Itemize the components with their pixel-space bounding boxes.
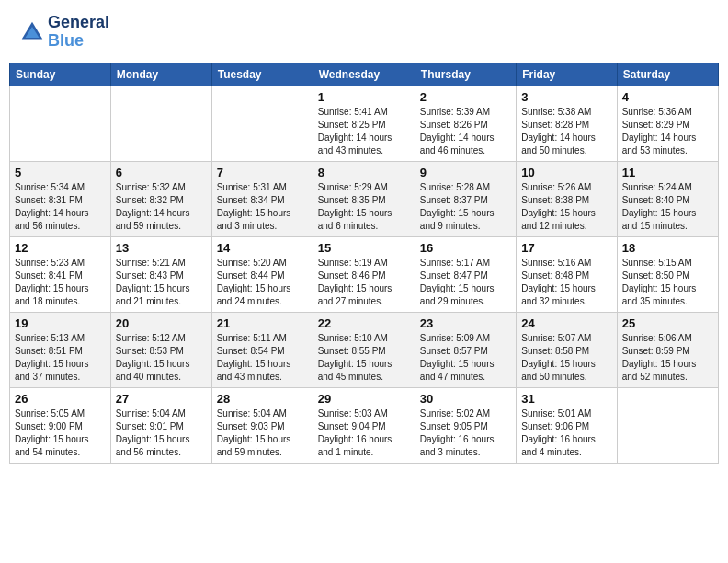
day-number: 11 — [622, 166, 713, 179]
calendar-cell: 26Sunrise: 5:05 AM Sunset: 9:00 PM Dayli… — [10, 387, 111, 463]
day-number: 29 — [318, 392, 410, 406]
calendar-cell: 21Sunrise: 5:11 AM Sunset: 8:54 PM Dayli… — [211, 312, 313, 387]
day-info: Sunrise: 5:05 AM Sunset: 9:00 PM Dayligh… — [15, 408, 106, 459]
calendar-week-row: 12Sunrise: 5:23 AM Sunset: 8:41 PM Dayli… — [10, 236, 719, 312]
calendar-cell: 1Sunrise: 5:41 AM Sunset: 8:25 PM Daylig… — [313, 86, 415, 161]
calendar-cell: 17Sunrise: 5:16 AM Sunset: 8:48 PM Dayli… — [517, 236, 617, 312]
day-info: Sunrise: 5:06 AM Sunset: 8:59 PM Dayligh… — [622, 332, 713, 384]
calendar-cell: 2Sunrise: 5:39 AM Sunset: 8:26 PM Daylig… — [415, 86, 516, 161]
logo: General Blue — [18, 14, 109, 51]
calendar-cell: 16Sunrise: 5:17 AM Sunset: 8:47 PM Dayli… — [415, 236, 516, 312]
calendar-cell: 28Sunrise: 5:04 AM Sunset: 9:03 PM Dayli… — [211, 387, 313, 463]
calendar-cell: 29Sunrise: 5:03 AM Sunset: 9:04 PM Dayli… — [313, 387, 415, 463]
day-number: 1 — [318, 90, 410, 104]
day-info: Sunrise: 5:17 AM Sunset: 8:47 PM Dayligh… — [420, 257, 511, 308]
day-number: 3 — [521, 90, 611, 104]
day-info: Sunrise: 5:03 AM Sunset: 9:04 PM Dayligh… — [318, 408, 410, 459]
calendar-cell — [10, 86, 111, 161]
day-info: Sunrise: 5:11 AM Sunset: 8:54 PM Dayligh… — [217, 332, 308, 384]
calendar-cell: 14Sunrise: 5:20 AM Sunset: 8:44 PM Dayli… — [211, 236, 313, 312]
day-number: 17 — [521, 241, 611, 255]
logo-text: General Blue — [48, 14, 109, 51]
day-info: Sunrise: 5:04 AM Sunset: 9:01 PM Dayligh… — [116, 408, 207, 459]
day-info: Sunrise: 5:32 AM Sunset: 8:32 PM Dayligh… — [116, 181, 207, 233]
day-info: Sunrise: 5:15 AM Sunset: 8:50 PM Dayligh… — [622, 257, 713, 308]
calendar-cell: 13Sunrise: 5:21 AM Sunset: 8:43 PM Dayli… — [110, 236, 211, 312]
day-number: 27 — [116, 392, 207, 406]
day-number: 13 — [116, 241, 207, 255]
calendar-cell: 6Sunrise: 5:32 AM Sunset: 8:32 PM Daylig… — [110, 161, 211, 236]
day-info: Sunrise: 5:02 AM Sunset: 9:05 PM Dayligh… — [420, 408, 511, 459]
day-number: 23 — [420, 316, 511, 330]
calendar-cell — [211, 86, 313, 161]
calendar-body: 1Sunrise: 5:41 AM Sunset: 8:25 PM Daylig… — [10, 86, 719, 463]
calendar-header: SundayMondayTuesdayWednesdayThursdayFrid… — [10, 63, 719, 86]
day-info: Sunrise: 5:23 AM Sunset: 8:41 PM Dayligh… — [15, 257, 106, 308]
calendar-cell: 9Sunrise: 5:28 AM Sunset: 8:37 PM Daylig… — [415, 161, 516, 236]
day-info: Sunrise: 5:28 AM Sunset: 8:37 PM Dayligh… — [420, 181, 511, 233]
day-number: 19 — [15, 316, 106, 330]
day-info: Sunrise: 5:41 AM Sunset: 8:25 PM Dayligh… — [318, 106, 410, 157]
day-number: 26 — [15, 392, 106, 406]
day-number: 31 — [521, 392, 611, 406]
day-info: Sunrise: 5:39 AM Sunset: 8:26 PM Dayligh… — [420, 106, 511, 157]
day-info: Sunrise: 5:24 AM Sunset: 8:40 PM Dayligh… — [622, 181, 713, 233]
calendar-cell: 5Sunrise: 5:34 AM Sunset: 8:31 PM Daylig… — [10, 161, 111, 236]
day-number: 2 — [420, 90, 511, 104]
calendar-week-row: 19Sunrise: 5:13 AM Sunset: 8:51 PM Dayli… — [10, 312, 719, 387]
day-info: Sunrise: 5:16 AM Sunset: 8:48 PM Dayligh… — [521, 257, 611, 308]
day-number: 16 — [420, 241, 511, 255]
calendar-cell: 3Sunrise: 5:38 AM Sunset: 8:28 PM Daylig… — [517, 86, 617, 161]
day-info: Sunrise: 5:13 AM Sunset: 8:51 PM Dayligh… — [15, 332, 106, 384]
day-of-week-header: Saturday — [617, 63, 718, 86]
day-number: 25 — [622, 316, 713, 330]
calendar-cell: 23Sunrise: 5:09 AM Sunset: 8:57 PM Dayli… — [415, 312, 516, 387]
calendar-cell: 8Sunrise: 5:29 AM Sunset: 8:35 PM Daylig… — [313, 161, 415, 236]
day-info: Sunrise: 5:07 AM Sunset: 8:58 PM Dayligh… — [521, 332, 611, 384]
day-number: 24 — [521, 316, 611, 330]
calendar-week-row: 26Sunrise: 5:05 AM Sunset: 9:00 PM Dayli… — [10, 387, 719, 463]
day-info: Sunrise: 5:29 AM Sunset: 8:35 PM Dayligh… — [318, 181, 410, 233]
day-of-week-header: Monday — [110, 63, 211, 86]
calendar-cell: 27Sunrise: 5:04 AM Sunset: 9:01 PM Dayli… — [110, 387, 211, 463]
day-info: Sunrise: 5:21 AM Sunset: 8:43 PM Dayligh… — [116, 257, 207, 308]
day-info: Sunrise: 5:36 AM Sunset: 8:29 PM Dayligh… — [622, 106, 713, 157]
logo-icon — [18, 18, 46, 46]
calendar-cell — [110, 86, 211, 161]
calendar-cell: 31Sunrise: 5:01 AM Sunset: 9:06 PM Dayli… — [517, 387, 617, 463]
day-number: 14 — [217, 241, 308, 255]
day-number: 28 — [217, 392, 308, 406]
day-number: 20 — [116, 316, 207, 330]
day-number: 7 — [217, 166, 308, 179]
day-info: Sunrise: 5:31 AM Sunset: 8:34 PM Dayligh… — [217, 181, 308, 233]
day-number: 8 — [318, 166, 410, 179]
calendar-cell: 12Sunrise: 5:23 AM Sunset: 8:41 PM Dayli… — [10, 236, 111, 312]
calendar-cell: 20Sunrise: 5:12 AM Sunset: 8:53 PM Dayli… — [110, 312, 211, 387]
day-number: 18 — [622, 241, 713, 255]
day-of-week-header: Sunday — [10, 63, 111, 86]
day-info: Sunrise: 5:12 AM Sunset: 8:53 PM Dayligh… — [116, 332, 207, 384]
day-of-week-header: Wednesday — [313, 63, 415, 86]
calendar-cell: 30Sunrise: 5:02 AM Sunset: 9:05 PM Dayli… — [415, 387, 516, 463]
day-number: 9 — [420, 166, 511, 179]
calendar-cell: 22Sunrise: 5:10 AM Sunset: 8:55 PM Dayli… — [313, 312, 415, 387]
day-number: 12 — [15, 241, 106, 255]
day-info: Sunrise: 5:38 AM Sunset: 8:28 PM Dayligh… — [521, 106, 611, 157]
day-number: 30 — [420, 392, 511, 406]
day-of-week-header: Thursday — [415, 63, 516, 86]
calendar-cell: 25Sunrise: 5:06 AM Sunset: 8:59 PM Dayli… — [617, 312, 718, 387]
day-number: 21 — [217, 316, 308, 330]
day-info: Sunrise: 5:20 AM Sunset: 8:44 PM Dayligh… — [217, 257, 308, 308]
day-info: Sunrise: 5:26 AM Sunset: 8:38 PM Dayligh… — [521, 181, 611, 233]
calendar-cell: 15Sunrise: 5:19 AM Sunset: 8:46 PM Dayli… — [313, 236, 415, 312]
day-of-week-header: Friday — [517, 63, 617, 86]
day-info: Sunrise: 5:10 AM Sunset: 8:55 PM Dayligh… — [318, 332, 410, 384]
days-of-week-row: SundayMondayTuesdayWednesdayThursdayFrid… — [10, 63, 719, 86]
day-info: Sunrise: 5:01 AM Sunset: 9:06 PM Dayligh… — [521, 408, 611, 459]
calendar-cell: 10Sunrise: 5:26 AM Sunset: 8:38 PM Dayli… — [517, 161, 617, 236]
calendar-cell: 24Sunrise: 5:07 AM Sunset: 8:58 PM Dayli… — [517, 312, 617, 387]
calendar-cell: 19Sunrise: 5:13 AM Sunset: 8:51 PM Dayli… — [10, 312, 111, 387]
calendar-cell — [617, 387, 718, 463]
day-number: 15 — [318, 241, 410, 255]
calendar-cell: 11Sunrise: 5:24 AM Sunset: 8:40 PM Dayli… — [617, 161, 718, 236]
